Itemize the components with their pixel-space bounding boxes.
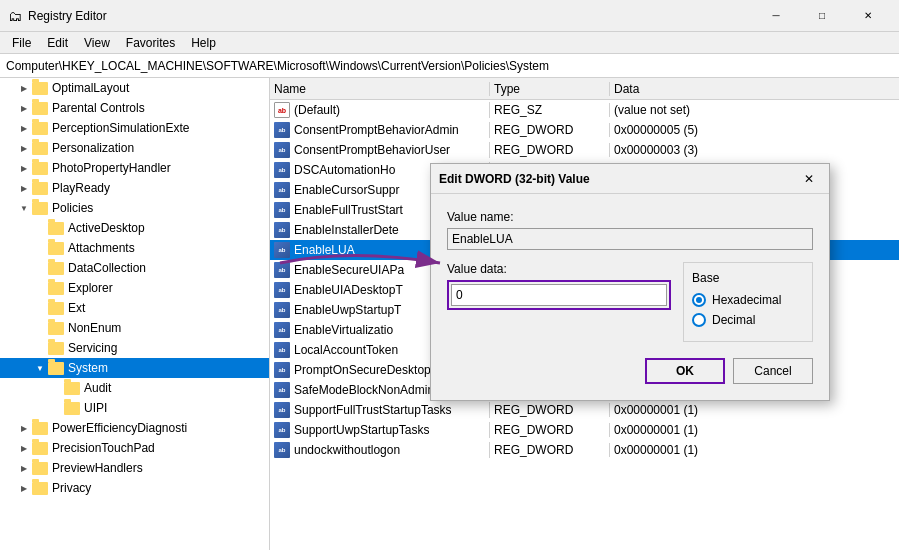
tree-item-system[interactable]: ▼ System — [0, 358, 269, 378]
expand-icon: ▶ — [16, 420, 32, 436]
folder-icon — [48, 362, 64, 375]
reg-dword-icon — [274, 322, 290, 338]
radio-hex-circle — [692, 293, 706, 307]
radio-decimal[interactable]: Decimal — [692, 313, 804, 327]
expand-icon — [48, 400, 64, 416]
tree-item-nonenum[interactable]: NonEnum — [0, 318, 269, 338]
close-button[interactable]: ✕ — [845, 0, 891, 32]
value-row-default[interactable]: ab (Default) REG_SZ (value not set) — [270, 100, 899, 120]
expand-icon — [32, 280, 48, 296]
reg-dword-icon — [274, 382, 290, 398]
value-row-supportfulltrust[interactable]: SupportFullTrustStartupTasks REG_DWORD 0… — [270, 400, 899, 420]
tree-item-ext[interactable]: Ext — [0, 298, 269, 318]
tree-item-parentalcontrols[interactable]: ▶ Parental Controls — [0, 98, 269, 118]
expand-icon: ▶ — [16, 160, 32, 176]
tree-item-privacy[interactable]: ▶ Privacy — [0, 478, 269, 498]
folder-icon — [32, 202, 48, 215]
expand-icon — [48, 380, 64, 396]
folder-icon — [48, 342, 64, 355]
reg-dword-icon — [274, 402, 290, 418]
folder-icon — [48, 322, 64, 335]
maximize-button[interactable]: □ — [799, 0, 845, 32]
folder-icon — [48, 242, 64, 255]
header-data: Data — [610, 82, 899, 96]
tree-item-activedesktop[interactable]: ActiveDesktop — [0, 218, 269, 238]
menu-edit[interactable]: Edit — [39, 34, 76, 52]
value-row-consentuser[interactable]: ConsentPromptBehaviorUser REG_DWORD 0x00… — [270, 140, 899, 160]
reg-dword-icon — [274, 222, 290, 238]
folder-icon — [48, 262, 64, 275]
dialog-body: Value name: Value data: Base Hexadecimal — [431, 194, 829, 400]
folder-icon — [32, 442, 48, 455]
reg-dword-icon — [274, 422, 290, 438]
tree-item-audit[interactable]: Audit — [0, 378, 269, 398]
folder-icon — [64, 402, 80, 415]
reg-dword-icon — [274, 282, 290, 298]
tree-item-photopropertyhandler[interactable]: ▶ PhotoPropertyHandler — [0, 158, 269, 178]
tree-item-explorer[interactable]: Explorer — [0, 278, 269, 298]
expand-icon — [32, 300, 48, 316]
minimize-button[interactable]: ─ — [753, 0, 799, 32]
reg-dword-icon — [274, 302, 290, 318]
reg-dword-icon — [274, 122, 290, 138]
expand-icon: ▶ — [16, 80, 32, 96]
value-data-input[interactable] — [451, 284, 667, 306]
value-data-group: Value data: — [447, 262, 671, 310]
folder-icon — [32, 162, 48, 175]
dialog-row: Value data: Base Hexadecimal — [447, 262, 813, 342]
tree-item-datacollection[interactable]: DataCollection — [0, 258, 269, 278]
tree-item-powerefficiency[interactable]: ▶ PowerEfficiencyDiagnosti — [0, 418, 269, 438]
tree-item-servicing[interactable]: Servicing — [0, 338, 269, 358]
base-group: Base Hexadecimal Decimal — [683, 262, 813, 342]
collapse-icon: ▼ — [32, 360, 48, 376]
folder-icon — [32, 102, 48, 115]
tree-item-optimallayout[interactable]: ▶ OptimalLayout — [0, 78, 269, 98]
expand-icon: ▶ — [16, 460, 32, 476]
expand-icon: ▶ — [16, 140, 32, 156]
reg-dword-icon — [274, 182, 290, 198]
reg-dword-icon — [274, 162, 290, 178]
tree-item-policies[interactable]: ▼ Policies — [0, 198, 269, 218]
dialog-edit-dword: Edit DWORD (32-bit) Value ✕ Value name: … — [430, 163, 830, 401]
values-panel: Name Type Data ab (Default) REG_SZ (valu… — [270, 78, 899, 550]
dialog-title-bar: Edit DWORD (32-bit) Value ✕ — [431, 164, 829, 194]
tree-item-perceptionsimulation[interactable]: ▶ PerceptionSimulationExte — [0, 118, 269, 138]
expand-icon — [32, 220, 48, 236]
expand-icon: ▶ — [16, 480, 32, 496]
radio-hexadecimal[interactable]: Hexadecimal — [692, 293, 804, 307]
tree-item-uipi[interactable]: UIPI — [0, 398, 269, 418]
tree-panel: ▶ OptimalLayout ▶ Parental Controls ▶ Pe… — [0, 78, 270, 550]
expand-icon — [32, 240, 48, 256]
reg-dword-icon — [274, 442, 290, 458]
header-name: Name — [270, 82, 490, 96]
folder-icon — [32, 482, 48, 495]
folder-icon — [48, 302, 64, 315]
ok-button[interactable]: OK — [645, 358, 725, 384]
value-name-input[interactable] — [447, 228, 813, 250]
value-data-label: Value data: — [447, 262, 671, 276]
folder-icon — [48, 282, 64, 295]
value-row-consentadmin[interactable]: ConsentPromptBehaviorAdmin REG_DWORD 0x0… — [270, 120, 899, 140]
folder-icon — [32, 422, 48, 435]
value-row-undock[interactable]: undockwithoutlogon REG_DWORD 0x00000001 … — [270, 440, 899, 460]
value-row-supportuwp[interactable]: SupportUwpStartupTasks REG_DWORD 0x00000… — [270, 420, 899, 440]
menu-help[interactable]: Help — [183, 34, 224, 52]
menu-favorites[interactable]: Favorites — [118, 34, 183, 52]
dialog-title: Edit DWORD (32-bit) Value — [439, 172, 797, 186]
tree-item-precisiontouchpad[interactable]: ▶ PrecisionTouchPad — [0, 438, 269, 458]
menu-view[interactable]: View — [76, 34, 118, 52]
expand-icon: ▶ — [16, 120, 32, 136]
menu-file[interactable]: File — [4, 34, 39, 52]
tree-item-playready[interactable]: ▶ PlayReady — [0, 178, 269, 198]
tree-item-personalization[interactable]: ▶ Personalization — [0, 138, 269, 158]
tree-item-previewhandlers[interactable]: ▶ PreviewHandlers — [0, 458, 269, 478]
expand-icon: ▶ — [16, 440, 32, 456]
collapse-icon: ▼ — [16, 200, 32, 216]
reg-dword-icon — [274, 142, 290, 158]
cancel-button[interactable]: Cancel — [733, 358, 813, 384]
folder-icon — [32, 122, 48, 135]
tree-item-attachments[interactable]: Attachments — [0, 238, 269, 258]
folder-icon — [32, 182, 48, 195]
dialog-close-button[interactable]: ✕ — [797, 167, 821, 191]
values-header: Name Type Data — [270, 78, 899, 100]
